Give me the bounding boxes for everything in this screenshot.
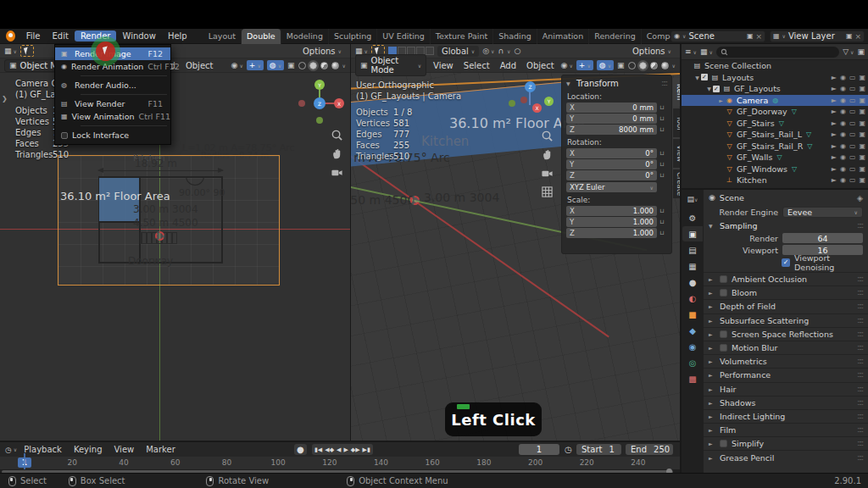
disable-viewport-icon[interactable]: ▭ bbox=[849, 176, 856, 184]
editor-type-icon[interactable]: ▤∨ bbox=[682, 192, 703, 206]
zoom-icon[interactable] bbox=[541, 130, 554, 142]
panel-grip[interactable] bbox=[857, 454, 863, 462]
gizmo-y-negative[interactable] bbox=[316, 117, 323, 124]
properties-section[interactable]: ► Bloom bbox=[704, 286, 868, 299]
sidebar-tab[interactable]: Item bbox=[673, 78, 680, 107]
xray-toggle[interactable]: ▣ bbox=[287, 61, 295, 69]
select-toggle-icon[interactable]: ► bbox=[832, 119, 837, 127]
gizmo-x-axis[interactable]: X bbox=[334, 98, 344, 108]
hide-icon[interactable]: ◉ bbox=[840, 142, 846, 150]
disable-viewport-icon[interactable]: ▭ bbox=[849, 85, 856, 92]
viewport-menu-item[interactable]: Select bbox=[460, 61, 493, 70]
panel-grip[interactable] bbox=[857, 344, 863, 352]
properties-section[interactable]: ► Shadows bbox=[704, 396, 868, 409]
number-field[interactable]: Y0 mm bbox=[566, 114, 657, 124]
lock-icon[interactable] bbox=[657, 161, 667, 168]
frame-start-field[interactable]: Start1 bbox=[576, 444, 621, 455]
active-tool-select-box[interactable] bbox=[20, 45, 34, 57]
blender-logo-icon[interactable] bbox=[6, 30, 15, 42]
outliner-row[interactable]: ▽ GF_Stairs ▽ ► ◉ ▭ ▣ bbox=[682, 118, 868, 130]
collection-checkbox[interactable] bbox=[701, 74, 708, 80]
workspace-tab[interactable]: Rendering bbox=[589, 29, 642, 44]
collection-checkbox[interactable] bbox=[713, 86, 720, 92]
timeline-ruler[interactable]: 20406080100120140160180200220240 1 bbox=[0, 457, 680, 469]
render-properties-tab[interactable]: ▣ bbox=[682, 226, 703, 241]
disable-viewport-icon[interactable]: ▭ bbox=[849, 153, 856, 161]
gizmo-y-negative[interactable] bbox=[509, 100, 515, 107]
menubar-item[interactable]: Help bbox=[162, 30, 193, 42]
number-field[interactable]: X0 mm bbox=[566, 103, 657, 113]
workspace-tab[interactable]: Sculpting bbox=[329, 29, 377, 44]
viewport-menu-item[interactable]: View bbox=[430, 61, 457, 70]
select-toggle-icon[interactable]: ► bbox=[832, 142, 837, 150]
gizmo-toggle[interactable]: +∨ bbox=[576, 60, 593, 70]
use-preview-range-icon[interactable]: ◷ bbox=[565, 445, 572, 454]
workspace-tab[interactable]: UV Editing bbox=[377, 29, 431, 44]
scene-selector[interactable]: ◉∨ Scene ▣ × bbox=[670, 30, 765, 42]
expand-icon[interactable]: ► bbox=[709, 331, 715, 337]
visibility-dropdown[interactable]: ◉∨ bbox=[561, 61, 573, 69]
properties-section[interactable]: ► Subsurface Scattering bbox=[704, 313, 868, 327]
viewport-menu-item[interactable]: Add bbox=[497, 61, 520, 70]
texture-properties-tab[interactable]: ▩ bbox=[682, 371, 703, 386]
workspace-tab[interactable]: Layout bbox=[203, 29, 242, 44]
expand-icon[interactable]: ► bbox=[709, 276, 715, 282]
expand-icon[interactable]: ► bbox=[709, 303, 715, 309]
rotation-mode-dropdown[interactable]: XYZ Euler∨ bbox=[566, 182, 657, 192]
search-input[interactable] bbox=[716, 47, 839, 58]
next-keyframe-button[interactable]: ◆▶ bbox=[351, 446, 360, 453]
properties-section[interactable]: ► Hair bbox=[704, 382, 868, 396]
expand-icon[interactable]: ► bbox=[709, 358, 715, 364]
zoom-icon[interactable] bbox=[331, 129, 343, 141]
shading-solid-icon[interactable] bbox=[639, 62, 647, 69]
pin-icon[interactable]: ◈ bbox=[857, 193, 863, 202]
select-toggle-icon[interactable]: ► bbox=[832, 130, 837, 138]
hide-icon[interactable]: ◉ bbox=[840, 153, 846, 161]
visibility-dropdown[interactable]: ◉∨ bbox=[231, 61, 243, 69]
select-toggle-icon[interactable]: ► bbox=[832, 97, 837, 104]
expand-icon[interactable]: ▼ bbox=[705, 86, 713, 92]
number-field[interactable]: Y0° bbox=[566, 159, 657, 169]
render-menu-item[interactable] bbox=[55, 123, 170, 129]
properties-section[interactable]: ► Performance bbox=[704, 368, 868, 381]
expand-icon[interactable]: ► bbox=[709, 400, 715, 406]
workspace-tab[interactable]: Compositing bbox=[642, 29, 670, 44]
menubar-item[interactable]: File bbox=[20, 30, 47, 42]
panel-grip[interactable] bbox=[857, 385, 863, 393]
expand-icon[interactable]: ► bbox=[709, 386, 715, 392]
options-dropdown[interactable]: Options∨ bbox=[298, 46, 346, 57]
render-engine-dropdown[interactable]: Eevee∨ bbox=[782, 207, 863, 218]
panel-grip[interactable] bbox=[857, 440, 863, 447]
mode-dropdown[interactable]: ▣Object Mode∨ bbox=[355, 54, 426, 76]
disable-render-icon[interactable]: ▣ bbox=[859, 153, 865, 161]
constraints-properties-tab[interactable]: ◆ bbox=[682, 323, 703, 338]
samples-render-field[interactable]: 64 bbox=[782, 233, 863, 243]
select-intersect-icon[interactable] bbox=[426, 47, 434, 55]
filter-collection-icon[interactable]: ▦∨ bbox=[700, 47, 713, 56]
previous-keyframe-button[interactable]: ◀◆ bbox=[325, 446, 334, 453]
object-properties-tab[interactable]: ■ bbox=[682, 307, 703, 322]
panel-grip[interactable] bbox=[661, 80, 667, 87]
timeline-menu-item[interactable]: Playback bbox=[19, 445, 67, 454]
section-checkbox[interactable] bbox=[720, 275, 727, 283]
expand-icon[interactable]: ► bbox=[709, 345, 715, 351]
shading-rendered-icon[interactable] bbox=[661, 62, 669, 69]
select-toggle-icon[interactable]: ► bbox=[832, 108, 837, 115]
properties-section[interactable]: ► Ambient Occlusion bbox=[704, 272, 868, 286]
lock-interface-checkbox[interactable] bbox=[61, 132, 68, 139]
hide-icon[interactable]: ◉ bbox=[840, 176, 846, 184]
disable-viewport-icon[interactable]: ▭ bbox=[849, 74, 856, 81]
panel-grip[interactable] bbox=[857, 371, 863, 379]
disable-render-icon[interactable]: ▣ bbox=[859, 165, 865, 173]
gizmo-toggle[interactable]: +∨ bbox=[247, 60, 264, 70]
lock-icon[interactable] bbox=[657, 104, 667, 111]
object-data-properties-tab[interactable]: ◎ bbox=[682, 355, 703, 370]
properties-section[interactable]: ► Simplify bbox=[704, 436, 868, 450]
outliner-row[interactable]: ▽ GF_Stairs_Rail_R ▽ ► ◉ ▭ ▣ bbox=[682, 141, 868, 152]
overlays-toggle[interactable]: ◍∨ bbox=[597, 60, 614, 70]
view-layer-selector[interactable]: ▦∨ View Layer ▣ × bbox=[770, 30, 865, 42]
panel-grip[interactable] bbox=[857, 413, 863, 420]
shading-solid-icon[interactable] bbox=[309, 62, 317, 69]
camera-view-icon[interactable] bbox=[541, 167, 554, 180]
new-collection-icon[interactable]: ▣ bbox=[857, 47, 865, 56]
